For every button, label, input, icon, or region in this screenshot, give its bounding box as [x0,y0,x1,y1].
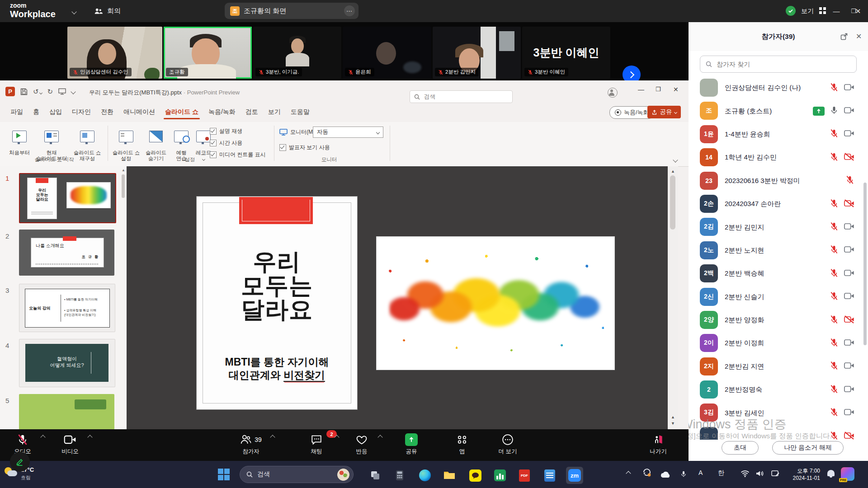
participant-row[interactable]: 2양 2분반 양정화 [689,309,868,332]
participant-row[interactable]: 2백 2분반 백승혜 [689,262,868,285]
ribbon-tab[interactable]: 도움말 [286,103,315,121]
ppt-minimize-button[interactable]: — [638,86,644,93]
view-button[interactable]: 보기 [801,7,814,15]
thumbnail-scrollbar[interactable]: ▲ [121,166,125,429]
camera-status-icon[interactable] [844,106,854,117]
taskbar-search[interactable]: 검색 [240,466,354,483]
task-view-button[interactable] [367,467,384,484]
participant-row[interactable]: 2 2분반정명숙 [689,378,868,401]
copilot-icon[interactable]: PRE [841,467,854,481]
mic-status-icon[interactable] [830,129,839,140]
ribbon-tab[interactable]: 전환 [96,103,118,121]
participants-scrollbar[interactable] [863,183,867,345]
mic-status-icon[interactable] [830,338,839,349]
monitor-dropdown[interactable]: 자동 [313,127,383,138]
tab-shared-screen[interactable]: 조 조규황의 화면 ⋯ [225,3,359,19]
participant-row[interactable]: 인권상담센터 김수인 (나) [689,76,868,99]
participant-row[interactable]: 조 조규황 (호스트) [689,99,868,122]
ppt-search-box[interactable] [410,90,513,103]
from-beginning-button[interactable]: 처음부터 [6,125,33,156]
weather-widget[interactable]: 1 17°C 흐림 [4,465,53,484]
windows-update-icon[interactable] [642,467,652,479]
setup-slideshow-button[interactable]: 슬라이드 쇼 설정 [111,125,141,162]
participants-button[interactable]: 39 참가자 [233,433,269,455]
ribbon-tab[interactable]: 파일 [5,103,28,121]
leave-button[interactable]: 나가기 [640,433,676,455]
mic-status-icon[interactable] [830,385,839,395]
file-explorer-app[interactable] [441,467,458,484]
ppt-share-button[interactable]: 공유 [647,106,681,118]
ppt-search-input[interactable] [423,93,493,100]
main-slide[interactable]: 우리 모두는 달라요 MBTI를 통한 자기이해 대인관계와 비전찾기 [197,197,357,409]
slide-thumbnail-2[interactable]: 나를 소개해요 조 규 황 [19,230,114,276]
participant-row[interactable]: 14 1학년 4반 김수민 [689,146,868,169]
mic-status-icon[interactable] [830,361,839,372]
mic-status-icon[interactable] [830,83,839,94]
camera-status-icon[interactable] [844,152,854,163]
spreadsheet-app[interactable] [491,467,509,484]
mic-status-icon[interactable] [830,222,839,233]
camera-status-icon[interactable] [844,129,854,140]
play-narrations-checkbox[interactable]: 설명 재생 [210,127,242,135]
mic-status-icon[interactable] [830,291,839,302]
quick-access-more-icon[interactable] [71,89,75,94]
ribbon-tab[interactable]: 애니메이션 [118,103,160,121]
security-shield-icon[interactable] [786,6,796,16]
camera-status-icon[interactable] [844,338,854,349]
camera-status-icon[interactable] [844,245,854,256]
camera-status-icon[interactable] [844,361,854,372]
kakaotalk-app[interactable] [467,467,484,484]
camera-status-icon[interactable] [844,222,854,233]
video-tile[interactable]: 윤은희 [343,27,431,79]
camera-status-icon[interactable] [844,408,854,418]
apps-button[interactable]: 앱 [446,433,478,455]
chevron-down-icon[interactable] [71,9,76,14]
participants-search[interactable] [700,56,857,73]
video-tile[interactable]: 3분반, 이기금. [253,27,341,79]
ribbon-tab[interactable]: 슬라이드 쇼 [160,103,203,121]
participants-search-input[interactable] [716,60,840,68]
participant-row[interactable]: 2김 2분반 김민지 [689,216,868,239]
slide-thumbnail-4[interactable]: 혈액형이어떻게 되세요? [19,339,115,387]
participant-row[interactable]: 2지 2분반김 지연 [689,355,868,378]
undo-icon[interactable]: ↺ [33,88,42,96]
zoom-app-active[interactable]: zm [566,467,583,484]
slide-thumbnail-1-selected[interactable]: 우리 모두는 달라요 [19,173,116,223]
onedrive-icon[interactable] [660,471,671,479]
ribbon-tab[interactable]: 보기 [263,103,286,121]
mic-status-icon[interactable] [830,408,839,418]
invite-button[interactable]: 초대 [722,441,759,455]
mic-status-icon[interactable] [830,268,839,279]
video-button[interactable]: 비디오 [52,433,88,455]
ribbon-tab[interactable]: 홈 [28,103,44,121]
calculator-app[interactable] [391,467,408,484]
video-tile-audio-only[interactable]: 3분반 이혜인 3분반 이혜인 [522,27,610,79]
participant-row[interactable]: 23 202320616 3분반 박정미 [689,169,868,192]
ppt-maximize-button[interactable]: ❒ [656,86,661,93]
pen-tray-icon[interactable] [771,470,779,479]
participant-row[interactable]: 2손 202420347 손아란 [689,192,868,216]
mic-status-icon[interactable] [845,175,854,186]
mic-status-icon[interactable] [830,315,839,326]
reactions-button[interactable]: 반응 [346,433,377,455]
close-button[interactable]: ✕ [849,0,867,22]
unmute-me-button[interactable]: 나만 음소거 해제 [772,441,844,455]
minimize-button[interactable]: — [827,0,845,22]
powerpoint-logo-icon[interactable]: P [5,87,15,96]
video-tile-active-speaker[interactable]: 조규황 [164,27,252,79]
participant-row[interactable]: 1윤 1-4분반 윤승희 [689,123,868,146]
slide-thumbnail-3[interactable]: 오늘의 강의 • MBTI를 통한 자기이해 • 성격유형별 특성 이해 (대인… [19,284,115,332]
ime-han-indicator[interactable]: 한 [718,469,724,477]
video-tile[interactable]: 인권상담센터 김수인 [67,27,162,79]
slide-scrollbar[interactable]: ▲ ▲ ▼ [668,166,678,429]
use-timings-checkbox[interactable]: 시간 사용 [210,139,242,147]
rainbow-splatter-image[interactable] [377,237,614,370]
mic-status-icon[interactable] [830,199,839,210]
more-options-icon[interactable]: ⋯ [344,5,355,16]
microphone-tray-icon[interactable] [680,469,687,480]
chat-button[interactable]: 2 채팅 [301,433,332,455]
pdf-app[interactable]: PDF [516,467,533,484]
audio-options-caret[interactable] [40,435,45,440]
mic-status-icon[interactable] [830,152,839,163]
mic-status-icon[interactable] [830,245,839,256]
